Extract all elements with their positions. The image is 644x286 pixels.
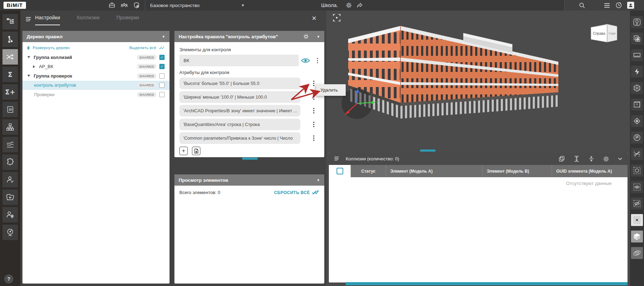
shield-settings-icon[interactable]	[133, 2, 140, 9]
flash-icon[interactable]	[631, 66, 643, 78]
section-cube-icon[interactable]	[631, 82, 643, 94]
row-checkbox[interactable]	[159, 55, 165, 60]
list-icon[interactable]	[604, 2, 610, 8]
row-checkbox[interactable]	[159, 64, 165, 69]
copy-icon[interactable]	[558, 155, 565, 162]
solid-view-icon[interactable]	[631, 231, 643, 242]
environment-tree-icon[interactable]	[631, 16, 643, 28]
sum-icon[interactable]: Σ	[2, 67, 18, 82]
add-attribute-button[interactable]: +	[179, 147, 188, 155]
branch-icon[interactable]	[2, 32, 18, 47]
workspace-caret-icon[interactable]: ▼	[241, 3, 245, 7]
attribute-menu-button[interactable]	[312, 107, 316, 115]
tab-checks[interactable]: Проверки	[117, 15, 139, 25]
row-checkbox[interactable]	[159, 92, 165, 97]
ruler-icon[interactable]	[631, 49, 643, 61]
attribute-value[interactable]: 'Высота' больше '55.0' | Больше 55.0	[179, 78, 300, 89]
search-icon[interactable]	[579, 2, 585, 9]
sync-icon[interactable]	[615, 2, 622, 9]
help-button[interactable]: ?	[4, 274, 13, 284]
tree-row-checks-group[interactable]: Группа проверок SHARED	[22, 71, 170, 81]
reset-all-link[interactable]: СБРОСИТЬ ВСЁ	[274, 190, 319, 195]
attribute-menu-button[interactable]	[312, 79, 316, 88]
caret-down-icon[interactable]	[27, 56, 30, 58]
close-icon[interactable]: ✕	[312, 15, 317, 22]
structure-icon[interactable]	[2, 119, 18, 135]
drawing-sheet-icon[interactable]	[631, 99, 643, 111]
rules-tree-header[interactable]: Дерево правил ▼	[22, 31, 170, 42]
header-checkbox[interactable]	[337, 168, 343, 174]
clear-selection-icon[interactable]	[631, 214, 643, 226]
2d-view-icon[interactable]: 2D	[2, 102, 18, 117]
isolate-selection-icon[interactable]	[631, 165, 643, 177]
section-lines-icon[interactable]: 12	[631, 148, 643, 160]
attribute-menu-button[interactable]	[312, 120, 316, 129]
chevron-down-icon[interactable]: ▼	[317, 178, 320, 182]
selection-shapes-icon[interactable]	[631, 33, 643, 45]
panel-resize-handle[interactable]	[420, 149, 436, 152]
flag-icon[interactable]	[631, 132, 643, 144]
panel-collapse-icon[interactable]	[25, 16, 32, 22]
attribute-menu-button[interactable]	[312, 134, 316, 142]
tab-settings[interactable]: Настройки	[35, 15, 60, 25]
expand-tree-link[interactable]: Развернуть дерево	[33, 46, 70, 50]
select-all-checkbox-cell[interactable]	[329, 165, 351, 177]
elements-preview-header[interactable]: Просмотр элементов ▼	[174, 174, 324, 186]
hide-selection-icon[interactable]	[631, 198, 643, 209]
share-icon[interactable]	[356, 2, 363, 8]
context-menu-delete[interactable]: Удалить	[320, 87, 338, 93]
charts-icon[interactable]	[2, 137, 18, 152]
tree-row-ar-vk[interactable]: АР_ВК SHARED	[22, 62, 170, 72]
tree-row-collision-group[interactable]: Группа коллизий SHARED	[22, 53, 170, 62]
attribute-value[interactable]: 'Ширина' меньше '100.0' | Меньше 100.0	[179, 91, 300, 103]
collapse-rows-icon[interactable]	[588, 155, 595, 162]
navigation-cube[interactable]: Справа Сзади	[587, 21, 622, 46]
attribute-value[interactable]: 'ArchiCAD Properties/В зону' имеет значе…	[179, 105, 300, 117]
column-element-a[interactable]: Элемент (Модель А)	[386, 165, 483, 177]
team-icon[interactable]	[120, 2, 128, 9]
attribute-value[interactable]: 'BaseQuantities/Area' строка | Строка	[179, 119, 300, 130]
plugins-icon[interactable]	[2, 154, 18, 170]
viewport-focus-icon[interactable]	[332, 13, 341, 22]
column-guid-a[interactable]: GUID элемента (Модель А)	[552, 165, 628, 177]
select-all-link[interactable]: Выделить всё	[129, 46, 156, 50]
panel-resize-handle[interactable]	[242, 158, 258, 160]
account-icon[interactable]	[627, 2, 634, 9]
elements-input[interactable]: ВК	[179, 55, 299, 66]
row-checkbox[interactable]	[159, 73, 165, 79]
target-icon[interactable]	[631, 115, 643, 127]
user-check-icon[interactable]	[2, 172, 18, 187]
chevron-down-icon[interactable]: ▼	[317, 35, 320, 39]
project-settings-gear-icon[interactable]	[346, 2, 352, 8]
model-tree-icon[interactable]	[2, 14, 18, 29]
tab-collisions[interactable]: Коллизии	[77, 15, 99, 25]
chevron-down-icon[interactable]	[618, 157, 623, 161]
tree-row-checks[interactable]: Проверки SHARED	[22, 90, 170, 99]
chevron-down-icon[interactable]: ▼	[162, 35, 165, 39]
panel-collapse-icon[interactable]	[334, 156, 340, 161]
gear-icon[interactable]	[603, 156, 609, 162]
gear-icon[interactable]	[303, 34, 309, 39]
eye-icon[interactable]	[299, 58, 312, 64]
caret-down-icon[interactable]	[27, 75, 30, 77]
expand-rows-icon[interactable]	[573, 155, 580, 162]
orbit-view-icon[interactable]	[631, 247, 643, 259]
user-location-icon[interactable]	[2, 207, 18, 222]
workspace-selector[interactable]: Базовое пространство	[150, 3, 200, 8]
dashboard-icon[interactable]	[2, 225, 18, 240]
tree-row-attribute-control[interactable]: контроль атрибутов SHARED	[22, 81, 170, 90]
add-from-file-button[interactable]	[192, 147, 200, 155]
elements-menu-button[interactable]	[316, 56, 320, 65]
clash-rules-icon[interactable]	[2, 49, 18, 65]
attribute-menu-button[interactable]	[312, 93, 316, 101]
attribute-value[interactable]: 'Common parameters/Привязка к Зоне' числ…	[179, 132, 300, 144]
show-selection-icon[interactable]	[631, 181, 643, 193]
rule-settings-header[interactable]: Настройка правила "контроль атрибутов" ▼	[174, 31, 324, 42]
column-element-b[interactable]: Элемент (Модель B)	[483, 165, 552, 177]
caret-right-icon[interactable]	[33, 65, 35, 68]
briefcase-icon[interactable]	[108, 2, 115, 9]
folder-import-icon[interactable]	[2, 189, 18, 205]
column-status[interactable]: Статус	[351, 165, 386, 177]
row-checkbox[interactable]	[159, 82, 165, 88]
sum-plus-icon[interactable]: Σ+	[2, 84, 18, 100]
